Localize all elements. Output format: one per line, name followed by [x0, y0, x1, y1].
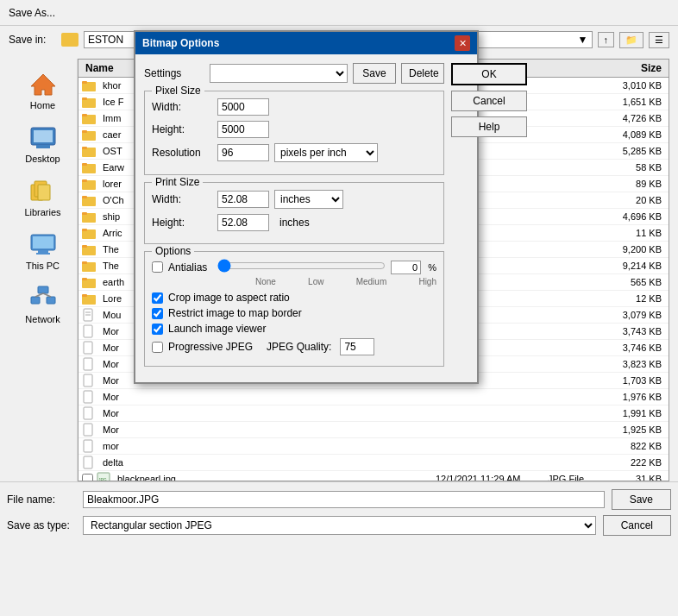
print-width-label: Width: — [152, 193, 212, 205]
folder-small-icon — [82, 292, 96, 305]
ok-button[interactable]: OK — [451, 63, 527, 85]
nav-new-folder-button[interactable]: 📁 — [619, 32, 643, 48]
svg-rect-32 — [82, 196, 87, 198]
svg-rect-30 — [82, 179, 87, 182]
options-group: Options Antialias % None Low — [144, 251, 444, 367]
sidebar-item-this-pc[interactable]: This PC — [13, 228, 73, 274]
file-name: Mor — [99, 391, 605, 403]
file-small-icon — [82, 357, 96, 371]
settings-delete-button[interactable]: Delete — [401, 63, 444, 84]
settings-combo[interactable] — [210, 64, 348, 83]
file-size: 3,823 KB — [605, 358, 665, 370]
crop-checkbox[interactable] — [152, 292, 163, 304]
file-small-icon — [82, 423, 96, 437]
network-label: Network — [25, 314, 60, 324]
file-name-row: File name: Save — [7, 489, 671, 510]
print-height-row: Height: inches — [152, 214, 436, 231]
file-checkbox[interactable] — [82, 474, 93, 482]
settings-save-button[interactable]: Save — [353, 63, 396, 84]
resolution-unit-select[interactable]: pixels per inch pixels per cm — [274, 143, 378, 162]
save-button[interactable]: Save — [612, 489, 671, 510]
file-size: 1,925 KB — [605, 424, 665, 436]
file-type — [544, 85, 605, 86]
save-as-type-row: Save as type: Rectangular section JPEG C… — [7, 515, 671, 536]
folder-small-icon — [82, 160, 96, 174]
launch-label: Launch image viewer — [168, 323, 266, 335]
table-row[interactable]: delta 222 KB — [78, 455, 669, 471]
options-title: Options — [152, 245, 194, 257]
jpeg-quality-input[interactable] — [340, 338, 374, 355]
table-row[interactable]: Mor 1,991 KB — [78, 405, 669, 422]
folder-small-icon — [82, 259, 96, 273]
libraries-icon — [29, 178, 57, 205]
svg-rect-2 — [36, 145, 50, 148]
jpeg-quality-label: JPEG Quality: — [267, 341, 331, 353]
pixel-height-input[interactable] — [217, 121, 269, 138]
sidebar-item-network[interactable]: Network — [13, 281, 73, 328]
table-row[interactable]: JPG blackpearl.jpg 12/1/2021 11:29 AM JP… — [78, 471, 669, 481]
svg-rect-52 — [84, 391, 92, 403]
slider-label-none: None — [255, 277, 276, 286]
file-size: 9,200 KB — [605, 243, 665, 255]
file-name: mor — [99, 440, 605, 452]
pixel-width-input[interactable] — [217, 98, 269, 116]
pc-icon — [29, 231, 57, 259]
dialog-title: Bitmap Options — [142, 37, 219, 49]
nav-view-button[interactable]: ☰ — [649, 32, 669, 48]
file-size: 3,010 KB — [605, 79, 665, 91]
svg-rect-12 — [31, 297, 40, 304]
print-height-unit: inches — [279, 217, 310, 229]
cancel-dialog-button[interactable]: Cancel — [451, 91, 527, 111]
cancel-button[interactable]: Cancel — [603, 515, 671, 536]
launch-row: Launch image viewer — [152, 323, 436, 335]
help-button[interactable]: Help — [451, 116, 527, 137]
svg-rect-51 — [84, 374, 92, 387]
svg-rect-3 — [34, 130, 53, 142]
sidebar-item-desktop[interactable]: Desktop — [13, 121, 73, 167]
restrict-checkbox[interactable] — [152, 308, 163, 319]
print-width-unit-select[interactable]: inches cm — [274, 190, 343, 209]
progressive-checkbox[interactable] — [152, 342, 163, 353]
file-size: 3,079 KB — [605, 309, 665, 321]
antialias-slider[interactable] — [217, 259, 386, 273]
sidebar-item-libraries[interactable]: Libraries — [13, 174, 73, 221]
file-small-icon — [82, 406, 96, 420]
antialias-percent-input[interactable] — [391, 261, 421, 274]
file-name-input[interactable] — [83, 491, 605, 508]
file-name: delta — [99, 456, 605, 468]
folder-small-icon — [82, 242, 96, 256]
save-as-titlebar: Save As... — [0, 0, 678, 26]
file-small-icon — [82, 456, 96, 469]
antialias-checkbox[interactable] — [152, 261, 163, 273]
file-size: 11 KB — [605, 227, 665, 239]
dialog-right-panel: OK Cancel Help — [451, 63, 527, 374]
svg-rect-50 — [84, 358, 92, 370]
print-width-input[interactable] — [217, 191, 269, 208]
table-row[interactable]: Mor 1,976 KB — [78, 389, 669, 405]
file-small-icon — [82, 308, 96, 322]
launch-checkbox[interactable] — [152, 324, 163, 335]
print-size-title: Print Size — [152, 176, 203, 188]
file-size: 5,285 KB — [605, 145, 665, 157]
antialias-slider-container — [217, 259, 386, 275]
print-height-input[interactable] — [217, 214, 269, 231]
bottom-area: File name: Save Save as type: Rectangula… — [0, 481, 678, 548]
file-small-icon — [82, 390, 96, 404]
svg-rect-56 — [84, 456, 92, 468]
dialog-close-button[interactable]: ✕ — [455, 35, 470, 51]
save-in-dropdown-arrow[interactable]: ▼ — [578, 34, 588, 46]
sidebar-item-home[interactable]: Home — [13, 67, 73, 114]
save-as-type-select[interactable]: Rectangular section JPEG — [83, 516, 596, 535]
folder-small-icon — [82, 128, 96, 141]
table-row[interactable]: Mor 1,925 KB — [78, 422, 669, 438]
jpg-file-icon: JPG — [97, 472, 110, 481]
file-size: 4,089 KB — [605, 129, 665, 141]
table-row[interactable]: mor 822 KB — [78, 438, 669, 455]
svg-rect-44 — [82, 294, 87, 297]
nav-up-button[interactable]: ↑ — [598, 32, 615, 47]
file-size: 4,726 KB — [605, 112, 665, 124]
resolution-input[interactable] — [217, 144, 269, 161]
folder-small-icon — [82, 79, 96, 92]
svg-rect-38 — [82, 245, 87, 248]
svg-rect-36 — [82, 229, 87, 231]
